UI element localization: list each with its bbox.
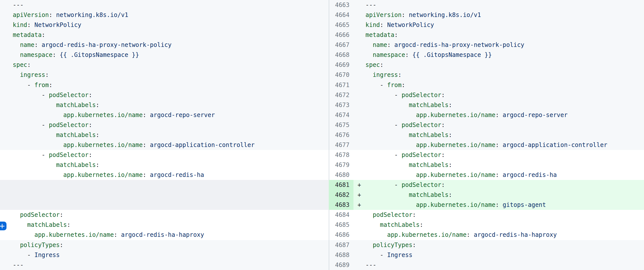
- right-code-cell: matchLabels:: [354, 100, 644, 110]
- yaml-key: metadata: [13, 31, 42, 38]
- yaml-plain: -: [13, 151, 49, 158]
- yaml-key: namespace: [20, 51, 52, 58]
- left-code-cell: ---: [0, 260, 329, 270]
- right-code-cell: matchLabels:: [354, 130, 644, 140]
- right-line-number[interactable]: 4673: [329, 100, 354, 110]
- yaml-plain: :: [448, 191, 452, 198]
- yaml-plain: ---: [13, 262, 24, 269]
- yaml-key: from: [387, 82, 402, 89]
- yaml-plain: :: [394, 31, 398, 38]
- right-line-number[interactable]: 4686: [329, 230, 354, 240]
- right-line-number[interactable]: 4666: [329, 30, 354, 40]
- right-line-number[interactable]: 4677: [329, 140, 354, 150]
- right-line-number[interactable]: 4669: [329, 60, 354, 70]
- diff-row: - podSelector:4675 - podSelector:: [0, 120, 644, 130]
- right-line-number[interactable]: 4678: [329, 150, 354, 160]
- yaml-plain: ---: [366, 262, 376, 269]
- right-line-number[interactable]: 4685: [329, 220, 354, 230]
- yaml-plain: :: [96, 132, 99, 138]
- right-code-cell: spec:: [354, 60, 644, 70]
- yaml-plain: :: [495, 201, 502, 208]
- yaml-plain: :: [402, 11, 409, 18]
- right-line-number[interactable]: 4667: [329, 40, 354, 50]
- yaml-plain: :: [402, 82, 405, 89]
- yaml-plain: :: [60, 211, 63, 218]
- left-code-cell: app.kubernetes.io/name: argocd-redis-ha-…: [0, 230, 329, 240]
- yaml-plain: -: [366, 151, 402, 158]
- yaml-plain: [366, 231, 387, 238]
- right-code-cell: app.kubernetes.io/name: argocd-redis-ha-…: [354, 230, 644, 240]
- yaml-plain: -: [13, 92, 49, 99]
- yaml-key: app.kubernetes.io/name: [387, 231, 467, 238]
- left-code-cell: podSelector:: [0, 210, 329, 220]
- yaml-plain: :: [448, 132, 452, 138]
- yaml-plain: -: [13, 122, 49, 129]
- yaml-key: podSelector: [402, 92, 442, 99]
- yaml-key: apiVersion: [13, 11, 49, 18]
- yaml-plain: [366, 71, 373, 78]
- yaml-plain: [366, 211, 373, 218]
- right-code-cell: matchLabels:: [354, 160, 644, 170]
- yaml-plain: :: [495, 171, 502, 178]
- yaml-plain: :: [441, 92, 445, 99]
- yaml-key: podSelector: [49, 151, 89, 158]
- yaml-plain: :: [380, 61, 384, 68]
- right-code-cell: namespace: {{ .GitopsNamespace }}: [354, 50, 644, 60]
- yaml-plain: :: [96, 161, 99, 168]
- yaml-plain: [366, 221, 380, 228]
- right-line-number[interactable]: 4679: [329, 160, 354, 170]
- right-line-number[interactable]: 4668: [329, 50, 354, 60]
- diff-row: metadata:4666metadata:: [0, 30, 644, 40]
- right-line-number[interactable]: 4665: [329, 20, 354, 30]
- yaml-key: podSelector: [373, 211, 412, 218]
- right-line-number[interactable]: 4676: [329, 130, 354, 140]
- right-line-number[interactable]: 4687: [329, 240, 354, 250]
- right-line-number[interactable]: 4671: [329, 80, 354, 90]
- yaml-key: matchLabels: [56, 132, 96, 138]
- diff-row: ---4689---: [0, 260, 644, 270]
- yaml-plain: [366, 201, 416, 208]
- right-line-number[interactable]: 4681: [329, 180, 354, 190]
- diff-row: kind: NetworkPolicy4665kind: NetworkPoli…: [0, 20, 644, 30]
- right-line-number[interactable]: 4683: [329, 200, 354, 210]
- right-code-cell: ---: [354, 0, 644, 10]
- right-line-number[interactable]: 4675: [329, 120, 354, 130]
- right-line-number[interactable]: 4684: [329, 210, 354, 220]
- right-line-number[interactable]: 4680: [329, 170, 354, 180]
- yaml-plain: -: [366, 92, 402, 99]
- diff-row: 4683+ app.kubernetes.io/name: gitops-age…: [0, 200, 644, 210]
- yaml-plain: :: [88, 92, 92, 99]
- yaml-key: app.kubernetes.io/name: [416, 201, 495, 208]
- add-comment-button[interactable]: +: [0, 222, 6, 230]
- right-line-number[interactable]: 4672: [329, 90, 354, 100]
- yaml-key: namespace: [373, 51, 405, 58]
- right-line-number[interactable]: 4674: [329, 110, 354, 120]
- yaml-key: apiVersion: [366, 11, 402, 18]
- diff-row: podSelector:4684 podSelector:: [0, 210, 644, 220]
- diff-row: - podSelector:4678 - podSelector:: [0, 150, 644, 160]
- right-code-cell: kind: NetworkPolicy: [354, 20, 644, 30]
- yaml-plain: :: [27, 61, 31, 68]
- yaml-plain: :: [467, 231, 474, 238]
- right-line-number[interactable]: 4689: [329, 260, 354, 270]
- diff-row: namespace: {{ .GitopsNamespace }}4668 na…: [0, 50, 644, 60]
- yaml-plain: [13, 211, 20, 218]
- right-line-number[interactable]: 4688: [329, 250, 354, 260]
- right-code-cell: podSelector:: [354, 210, 644, 220]
- right-code-cell: - podSelector:: [354, 150, 644, 160]
- yaml-key: name: [373, 41, 387, 48]
- split-diff-view: ---4663---apiVersion: networking.k8s.io/…: [0, 0, 644, 270]
- yaml-plain: :: [45, 71, 49, 78]
- yaml-value: argocd-redis-ha: [502, 171, 557, 178]
- right-line-number[interactable]: 4664: [329, 10, 354, 20]
- yaml-key: podSelector: [402, 122, 442, 129]
- yaml-value: argocd-repo-server: [502, 112, 568, 119]
- right-line-number[interactable]: 4682: [329, 190, 354, 200]
- right-line-number[interactable]: 4670: [329, 70, 354, 80]
- left-code-cell: app.kubernetes.io/name: argocd-repo-serv…: [0, 110, 329, 120]
- yaml-plain: ---: [366, 1, 376, 8]
- right-line-number[interactable]: 4663: [329, 0, 354, 10]
- yaml-value: NetworkPolicy: [34, 21, 82, 28]
- yaml-value: argocd-redis-ha-proxy-network-policy: [394, 41, 524, 48]
- right-code-cell: + - podSelector:: [354, 180, 644, 190]
